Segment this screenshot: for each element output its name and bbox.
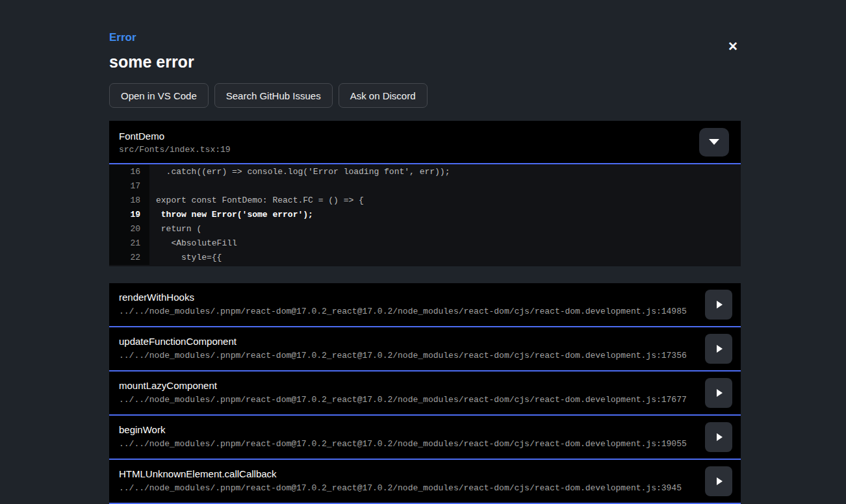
line-number: 19 [109,208,149,222]
code-frame-location: src/Fonts/index.tsx:19 [119,145,730,155]
stack-frame-path: ../../node_modules/.pnpm/react-dom@17.0.… [119,351,695,360]
line-number: 22 [109,251,149,265]
action-button[interactable]: Ask on Discord [339,83,428,108]
play-icon [717,433,723,441]
stack-frame-list: renderWithHooks ../../node_modules/.pnpm… [109,283,741,504]
stack-frame-path: ../../node_modules/.pnpm/react-dom@17.0.… [119,439,695,449]
stack-frame-function-name: updateFunctionComponent [119,336,695,347]
chevron-down-icon [709,139,719,145]
stack-frame-row: updateFunctionComponent ../../node_modul… [109,327,741,372]
expand-frame-button[interactable] [705,466,732,496]
code-line: 21 <AbsoluteFill [109,236,741,251]
action-button[interactable]: Open in VS Code [109,83,209,108]
code-frame-function-name: FontDemo [119,131,730,142]
expand-frame-button[interactable] [705,378,732,408]
play-icon [717,301,723,309]
error-overlay: Error some error Open in VS Code Search … [109,0,741,504]
play-icon [717,345,723,353]
error-kicker: Error [109,0,741,44]
line-code: style={{ [149,251,741,265]
stack-frame-function-name: HTMLUnknownElement.callCallback [119,468,695,479]
stack-frame-row: beginWork ../../node_modules/.pnpm/react… [109,416,741,460]
stack-frame-function-name: renderWithHooks [119,292,695,303]
stack-frame-row: renderWithHooks ../../node_modules/.pnpm… [109,283,741,327]
line-number: 17 [109,179,149,194]
line-number: 20 [109,222,149,236]
stack-frame-path: ../../node_modules/.pnpm/react-dom@17.0.… [119,307,695,316]
line-code: .catch((err) => console.log('Error loadi… [149,165,741,179]
code-frame-header: FontDemo src/Fonts/index.tsx:19 [109,121,741,164]
play-icon [717,389,723,397]
line-number: 18 [109,194,149,208]
line-code [149,179,741,194]
stack-frame-function-name: mountLazyComponent [119,380,695,391]
expand-frame-button[interactable] [705,334,732,364]
code-lines: 16 .catch((err) => console.log('Error lo… [109,164,741,266]
line-code: <AbsoluteFill [149,236,741,251]
code-line: 18 export const FontDemo: React.FC = () … [109,194,741,208]
stack-frame-row: mountLazyComponent ../../node_modules/.p… [109,372,741,416]
line-number: 21 [109,236,149,251]
stack-frame-function-name: beginWork [119,424,695,435]
code-line: 20 return ( [109,222,741,236]
line-code: throw new Error('some error'); [149,208,741,222]
code-line: 19 throw new Error('some error'); [109,208,741,222]
line-code: return ( [149,222,741,236]
line-code: export const FontDemo: React.FC = () => … [149,194,741,208]
code-line: 16 .catch((err) => console.log('Error lo… [109,165,741,179]
stack-frame-path: ../../node_modules/.pnpm/react-dom@17.0.… [119,483,695,493]
collapse-code-button[interactable] [699,128,729,157]
expand-frame-button[interactable] [705,422,732,452]
code-line: 17 [109,179,741,194]
stack-frame-path: ../../node_modules/.pnpm/react-dom@17.0.… [119,395,695,405]
error-title: some error [109,53,741,71]
action-button[interactable]: Search GitHub Issues [214,83,333,108]
code-line: 22 style={{ [109,251,741,265]
stack-frame-row: HTMLUnknownElement.callCallback ../../no… [109,460,741,504]
line-number: 16 [109,165,149,179]
play-icon [717,477,723,485]
code-frame: FontDemo src/Fonts/index.tsx:19 16 .catc… [109,121,741,266]
expand-frame-button[interactable] [705,290,732,320]
action-buttons: Open in VS Code Search GitHub Issues Ask… [109,83,741,108]
